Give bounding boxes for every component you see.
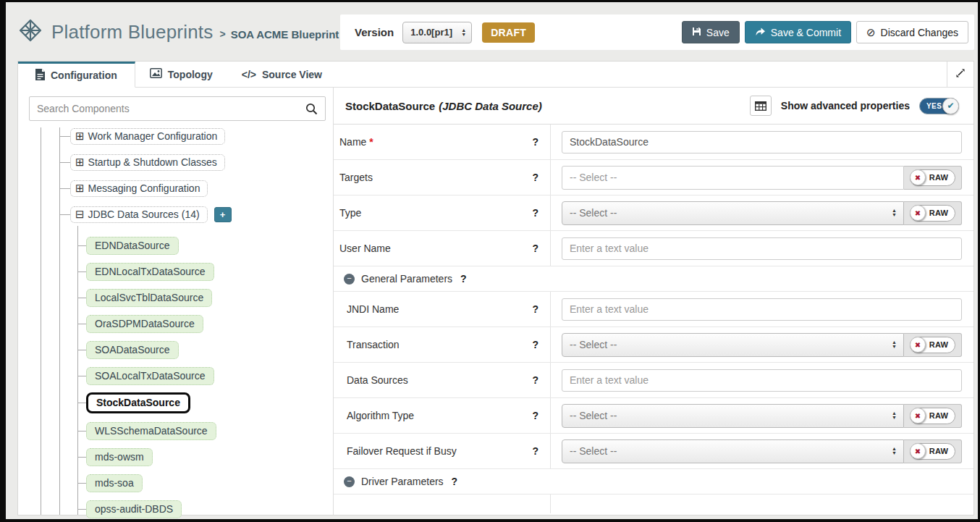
jndi-name-input[interactable]: [562, 298, 962, 321]
tree-leaf-edndatasource[interactable]: EDNDataSource: [86, 237, 179, 255]
help-icon[interactable]: ?: [460, 273, 467, 285]
x-icon: ✖: [915, 447, 921, 455]
targets-picker[interactable]: [562, 166, 904, 190]
tree-leaf: OraSDPMDataSource: [77, 315, 203, 333]
tree-node-messaging: ⊞ Messaging Configuration: [59, 180, 208, 197]
tab-source-view[interactable]: </> Source View: [227, 62, 337, 87]
save-commit-button[interactable]: Save & Commit: [745, 21, 851, 43]
breadcrumb: Platform Blueprints > SOA ACME Blueprint…: [18, 2, 375, 62]
raw-addon: ✖ RAW: [904, 201, 962, 225]
expand-plus-icon[interactable]: ⊞: [75, 183, 85, 194]
stepper-icon: ▲▼: [892, 447, 897, 455]
tree-leaf-orasdpmdatasource[interactable]: OraSDPMDataSource: [86, 315, 203, 333]
stepper-icon: ▲▼: [892, 340, 897, 349]
stepper-icon: ▲▼: [461, 28, 466, 37]
data-sources-input[interactable]: [562, 369, 962, 392]
raw-toggle[interactable]: ✖ RAW: [910, 337, 955, 353]
form-row-algorithm-type: Algorithm Type ? -- Select -- ▲▼: [334, 398, 973, 434]
raw-addon: ✖ RAW: [904, 333, 962, 357]
collapse-section-icon[interactable]: −: [344, 476, 355, 487]
help-icon[interactable]: ?: [532, 445, 538, 457]
tree-leaf: LocalSvcTblDataSource: [77, 289, 212, 307]
tab-configuration[interactable]: Configuration: [18, 62, 135, 88]
stepper-icon: ▲▼: [892, 411, 897, 420]
x-icon: ✖: [915, 412, 921, 420]
version-value: 1.0.0[pr1]: [410, 27, 461, 38]
x-icon: ✖: [915, 341, 921, 349]
transaction-select[interactable]: -- Select -- ▲▼: [562, 333, 904, 357]
required-marker: *: [369, 136, 373, 148]
help-icon[interactable]: ?: [532, 243, 538, 254]
discard-changes-button[interactable]: ⊘ Discard Changes: [856, 21, 968, 43]
help-icon[interactable]: ?: [532, 207, 538, 219]
version-select[interactable]: 1.0.0[pr1] ▲▼: [402, 22, 472, 43]
help-icon[interactable]: ?: [532, 374, 538, 386]
tree-leaf-ednlocaltxdatasource[interactable]: EDNLocalTxDataSource: [86, 263, 214, 281]
tree-leaf-opss-audit-dbds[interactable]: opss-audit-DBDS: [86, 500, 182, 518]
floppy-icon: [692, 27, 701, 38]
raw-addon: ✖ RAW: [904, 404, 962, 428]
type-select[interactable]: -- Select -- ▲▼: [562, 201, 904, 225]
raw-toggle[interactable]: ✖ RAW: [910, 169, 955, 186]
raw-addon: ✖ RAW: [904, 439, 962, 463]
tree-leaf: SOADataSource: [77, 341, 179, 359]
tree-leaf-mds-owsm[interactable]: mds-owsm: [86, 448, 153, 466]
form-row-name: Name * ?: [334, 125, 973, 160]
section-driver-parameters: − Driver Parameters ?: [334, 469, 973, 494]
tree-leaf: SOALocalTxDataSource: [77, 367, 214, 385]
commit-arrow-icon: [755, 27, 766, 38]
help-icon[interactable]: ?: [452, 476, 458, 487]
tree-leaf-localsvctbldatasource[interactable]: LocalSvcTblDataSource: [86, 289, 212, 307]
tree-node-jdbc-data-sources: ⊟ JDBC Data Sources (14) +: [59, 206, 232, 223]
collapse-section-icon[interactable]: −: [344, 274, 355, 285]
search-box: [29, 96, 326, 121]
form-row-targets: Targets ? ✖ RAW: [334, 160, 973, 195]
tree-line: [41, 127, 41, 515]
stepper-icon: ▲▼: [892, 209, 897, 217]
search-icon[interactable]: [305, 103, 318, 115]
raw-toggle[interactable]: ✖ RAW: [910, 408, 955, 424]
expand-plus-icon[interactable]: ⊞: [75, 157, 85, 168]
add-datasource-button[interactable]: +: [214, 207, 232, 222]
table-view-button[interactable]: [750, 96, 772, 116]
platform-blueprints-logo-icon: [18, 19, 43, 45]
screen-frame: Platform Blueprints > SOA ACME Blueprint…: [0, 0, 980, 522]
raw-toggle[interactable]: ✖ RAW: [910, 443, 955, 460]
component-tree-panel: ⊞ Work Manager Configuration ⊞ Startup &…: [18, 88, 333, 515]
tree-leaf-soadatasource[interactable]: SOADataSource: [86, 341, 179, 359]
expand-plus-icon[interactable]: ⊞: [75, 131, 85, 142]
help-icon[interactable]: ?: [532, 303, 538, 315]
image-icon: [150, 68, 162, 80]
no-entry-icon: ⊘: [866, 27, 876, 38]
failover-select[interactable]: -- Select -- ▲▼: [562, 439, 904, 463]
tree-leaf-mds-soa[interactable]: mds-soa: [86, 474, 143, 492]
detail-header: StockDataSource(JDBC Data Source) Show a…: [334, 88, 973, 125]
form-row-failover: Failover Request if Busy ? -- Select -- …: [334, 434, 973, 469]
status-badge: DRAFT: [482, 22, 535, 43]
save-button[interactable]: Save: [682, 21, 740, 43]
collapse-minus-icon[interactable]: ⊟: [75, 209, 85, 220]
tab-topology[interactable]: Topology: [135, 62, 227, 87]
search-input[interactable]: [30, 103, 305, 114]
raw-toggle[interactable]: ✖ RAW: [910, 205, 955, 222]
advanced-properties-toggle[interactable]: YES ✔: [919, 98, 959, 114]
help-icon[interactable]: ?: [532, 339, 538, 350]
tree-leaf-stockdatasource-selected[interactable]: StockDataSource: [86, 392, 190, 413]
tree-leaf-soalocaltxdatasource[interactable]: SOALocalTxDataSource: [86, 367, 214, 385]
advanced-properties-label: Show advanced properties: [781, 100, 910, 111]
user-name-input[interactable]: [562, 237, 962, 260]
expand-panel-button[interactable]: [947, 62, 973, 87]
x-icon: ✖: [915, 209, 921, 217]
tree-leaf-wlsschemadatasource[interactable]: WLSSchemaDataSource: [86, 422, 216, 440]
form-row-type: Type ? -- Select -- ▲▼: [334, 195, 973, 231]
name-input[interactable]: [562, 131, 962, 153]
help-icon[interactable]: ?: [532, 136, 538, 148]
page-title: StockDataSource(JDBC Data Source): [345, 100, 542, 112]
tree-leaf: EDNDataSource: [77, 237, 179, 255]
help-icon[interactable]: ?: [532, 172, 538, 183]
help-icon[interactable]: ?: [532, 410, 538, 421]
section-general-parameters: − General Parameters ?: [334, 266, 973, 292]
detail-panel: StockDataSource(JDBC Data Source) Show a…: [333, 88, 973, 515]
breadcrumb-blueprint[interactable]: SOA ACME Blueprint: [231, 28, 339, 41]
algorithm-type-select[interactable]: -- Select -- ▲▼: [562, 404, 904, 428]
